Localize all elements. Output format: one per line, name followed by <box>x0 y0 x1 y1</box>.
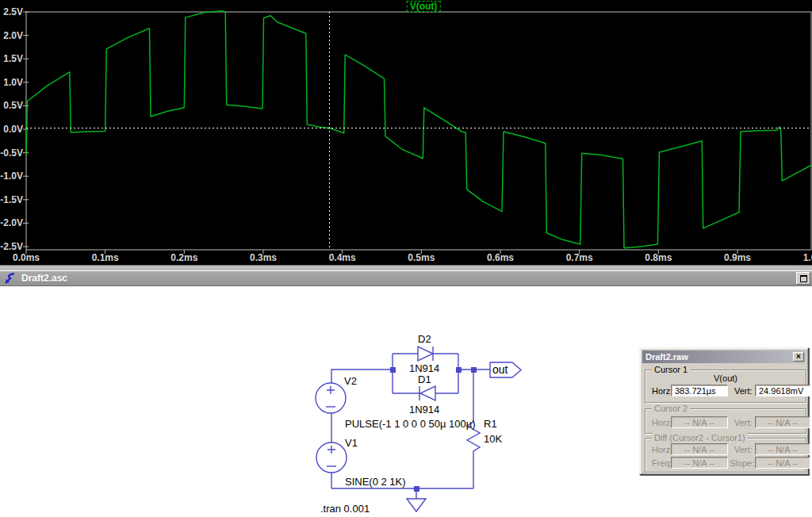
y-tick-label: 0.5V <box>3 100 23 111</box>
voltage-source-v2[interactable] <box>316 383 346 413</box>
diff-group: Diff (Cursor2 - Cursor1) Horz: -- N/A --… <box>645 438 806 473</box>
schematic-window-title: Draft2.asc <box>21 273 796 284</box>
out-net-flag[interactable]: out <box>490 362 521 377</box>
y-tick-label: 2.0V <box>3 30 23 41</box>
label-v2-pulse[interactable]: PULSE(-1 1 0 0 0 50µ 100µ) <box>345 418 476 430</box>
label-v1[interactable]: V1 <box>345 437 358 449</box>
cursor-dialog-titlebar[interactable]: Draft2.raw × <box>642 350 806 363</box>
diode-d2[interactable] <box>418 347 433 361</box>
y-tick-label: -0.5V <box>0 147 23 159</box>
diff-slope-field: -- N/A -- <box>755 457 810 469</box>
ltspice-schematic-icon <box>4 273 17 285</box>
trace-vout <box>26 11 812 248</box>
restore-button[interactable] <box>796 272 810 285</box>
y-tick-label: -2.0V <box>0 217 23 228</box>
x-tick-label: 0.1ms <box>92 252 119 263</box>
cursor2-group: Cursor 2 Horz: -- N/A -- Vert: -- N/A -- <box>645 408 806 434</box>
x-tick-label: 0.9ms <box>724 252 751 263</box>
ground-symbol[interactable] <box>407 499 426 511</box>
y-tick-label: -1.5V <box>0 194 23 205</box>
cursor1-group: Cursor 1 V(out) Horz: 383.721µs Vert: 24… <box>645 370 806 403</box>
x-tick-label: 0.4ms <box>329 252 356 263</box>
diff-freq-field: -- N/A -- <box>671 457 728 469</box>
cursor2-horz-label: Horz: <box>652 418 672 427</box>
diff-vert-label: Vert: <box>734 445 753 454</box>
label-d1-model[interactable]: 1N914 <box>409 404 439 416</box>
x-tick-label: 0.2ms <box>170 252 197 263</box>
cursor1-vert-label: Vert: <box>734 386 753 396</box>
label-tran-directive[interactable]: .tran 0.001 <box>320 503 370 515</box>
plot-frame <box>26 12 811 250</box>
label-r1[interactable]: R1 <box>484 418 497 430</box>
cursor1-horz-label: Horz: <box>652 386 672 396</box>
diode-d1[interactable] <box>419 386 435 400</box>
x-tick-label: 0.3ms <box>250 252 277 263</box>
x-tick-label: 0.6ms <box>487 252 514 263</box>
diff-group-label: Diff (Cursor2 - Cursor1) <box>652 433 748 442</box>
label-d2[interactable]: D2 <box>418 333 431 345</box>
trace-legend[interactable]: V(out) <box>407 1 441 12</box>
y-tick-label: 0.0V <box>3 124 23 135</box>
x-tick-label: 0.7ms <box>566 252 593 263</box>
x-tick-label: 1.0ms <box>803 252 812 263</box>
label-r1-value[interactable]: 10K <box>484 433 502 445</box>
voltage-source-v1[interactable] <box>316 442 347 473</box>
diff-horz-label: Horz: <box>652 445 672 454</box>
y-tick-label: -2.5V <box>0 241 23 252</box>
diff-freq-label: Freq: <box>652 458 672 468</box>
cursor1-horz-field[interactable]: 383.721µs <box>671 385 728 396</box>
cursor2-vert-field: -- N/A -- <box>755 416 810 428</box>
label-v1-sine[interactable]: SINE(0 2 1K) <box>345 476 406 488</box>
diff-horz-field: -- N/A -- <box>671 443 728 455</box>
y-tick-label: 1.5V <box>3 53 23 64</box>
cursor-dialog: Draft2.raw × Cursor 1 V(out) Horz: 383.7… <box>639 347 809 475</box>
schematic-titlebar[interactable]: Draft2.asc <box>0 271 812 286</box>
waveform-svg[interactable]: 2.5V2.0V1.5V1.0V0.5V0.0V-0.5V-1.0V-1.5V-… <box>0 0 812 265</box>
close-button[interactable]: × <box>793 352 804 362</box>
diff-vert-field: -- N/A -- <box>755 443 810 455</box>
y-tick-label: 2.5V <box>3 6 23 17</box>
cursor1-signal-name: V(out) <box>645 373 806 383</box>
x-tick-label: 0.5ms <box>408 252 435 263</box>
cursor-dialog-title: Draft2.raw <box>645 352 688 362</box>
x-tick-label: 0.8ms <box>645 252 672 263</box>
x-tick-label: 0.0ms <box>13 252 40 263</box>
cursor1-vert-field[interactable]: 24.9618mV <box>755 385 810 396</box>
label-v2[interactable]: V2 <box>344 375 357 387</box>
cursor2-horz-field: -- N/A -- <box>671 416 728 428</box>
cursor2-vert-label: Vert: <box>734 418 753 427</box>
y-tick-label: 1.0V <box>3 77 23 88</box>
pane-divider <box>0 265 812 271</box>
close-icon: × <box>796 352 801 361</box>
y-tick-label: -1.0V <box>0 170 23 182</box>
restore-icon <box>800 275 807 282</box>
label-d1[interactable]: D1 <box>418 373 431 385</box>
diff-slope-label: Slope: <box>730 458 754 468</box>
net-label-out[interactable]: out <box>492 363 508 376</box>
label-d2-model[interactable]: 1N914 <box>409 362 439 374</box>
ltspice-window: 2.5V2.0V1.5V1.0V0.5V0.0V-0.5V-1.0V-1.5V-… <box>0 0 812 517</box>
waveform-pane[interactable]: 2.5V2.0V1.5V1.0V0.5V0.0V-0.5V-1.0V-1.5V-… <box>0 0 812 265</box>
cursor2-group-label: Cursor 2 <box>652 404 690 413</box>
